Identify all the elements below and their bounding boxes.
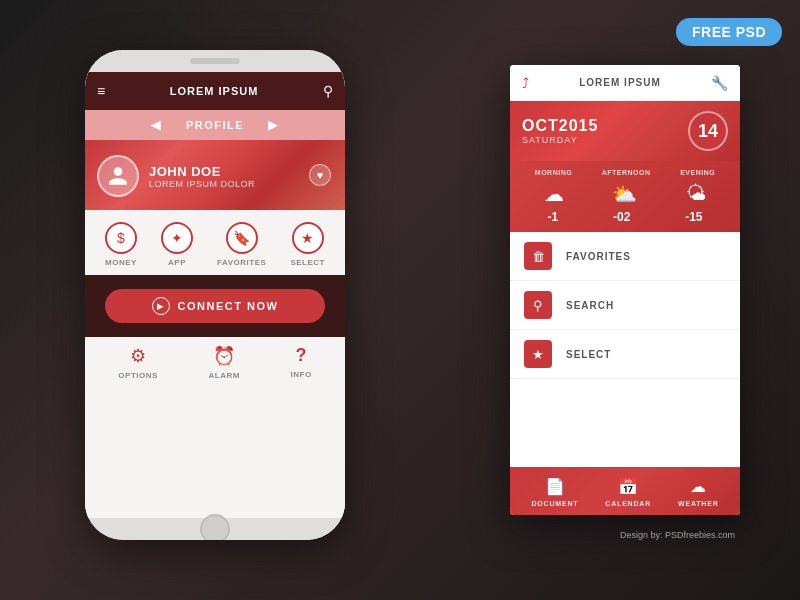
phone-home-button[interactable] xyxy=(200,514,230,540)
date-info: OCT2015 SATURDAY xyxy=(522,117,598,145)
avatar xyxy=(97,155,139,197)
phone-bottom-nav: ⚙ OPTIONS ⏰ ALARM ? INFO xyxy=(85,337,345,518)
month-year: OCT2015 xyxy=(522,117,598,135)
favorites-label: FAVORITES xyxy=(217,258,266,267)
wrench-icon[interactable]: 🔧 xyxy=(711,75,728,91)
free-psd-badge: FREE PSD xyxy=(676,18,782,46)
profile-nav-label: PROFILE xyxy=(186,119,244,131)
alarm-icon: ⏰ xyxy=(213,345,235,367)
weather-evening-label: EVENING xyxy=(680,169,715,176)
panel-title: LOREM IPSUM xyxy=(579,77,661,88)
menu-item-app[interactable]: ✦ APP xyxy=(161,222,193,267)
morning-temp: -1 xyxy=(547,210,558,224)
phone-mockup: ≡ LOREM IPSUM ⚲ ◀ PROFILE ▶ JOHN DOE LOR… xyxy=(85,50,345,540)
phone-bottom-bar xyxy=(85,518,345,540)
panel-nav-weather[interactable]: ☁ WEATHER xyxy=(678,477,718,507)
profile-info: JOHN DOE LOREM IPSUM DOLOR xyxy=(149,164,255,189)
connect-button[interactable]: ▶ CONNECT NOW xyxy=(105,289,325,323)
calendar-label: CALENDAR xyxy=(605,500,651,507)
connect-section: ▶ CONNECT NOW xyxy=(85,275,345,337)
design-by-text: Design by: PSDfreebies.com xyxy=(620,530,735,540)
panel-bottom-nav: 📄 DOCUMENT 📅 CALENDAR ☁ WEATHER xyxy=(510,467,740,515)
options-label: OPTIONS xyxy=(118,371,158,380)
app-icon: ✦ xyxy=(161,222,193,254)
date-section: OCT2015 SATURDAY 14 xyxy=(510,101,740,161)
heart-badge: ♥ xyxy=(309,164,331,186)
date-number: 14 xyxy=(688,111,728,151)
evening-temp: -15 xyxy=(685,210,702,224)
favorites-list-icon: 🗑 xyxy=(524,242,552,270)
document-label: DOCUMENT xyxy=(532,500,579,507)
phone-screen: ≡ LOREM IPSUM ⚲ ◀ PROFILE ▶ JOHN DOE LOR… xyxy=(85,72,345,518)
favorites-list-label: FAVORITES xyxy=(566,251,631,262)
app-label: APP xyxy=(168,258,186,267)
afternoon-temp: -02 xyxy=(613,210,630,224)
menu-item-money[interactable]: $ MONEY xyxy=(105,222,137,267)
afternoon-weather-icon: ⛅ xyxy=(612,182,637,206)
app-title: LOREM IPSUM xyxy=(170,85,259,97)
options-icon: ⚙ xyxy=(130,345,146,367)
profile-nav: ◀ PROFILE ▶ xyxy=(85,110,345,140)
panel-nav-document[interactable]: 📄 DOCUMENT xyxy=(532,477,579,507)
connect-label: CONNECT NOW xyxy=(178,300,279,312)
nav-info[interactable]: ? INFO xyxy=(291,345,312,379)
phone-speaker xyxy=(190,58,240,64)
play-icon: ▶ xyxy=(152,297,170,315)
select-list-label: SELECT xyxy=(566,349,611,360)
menu-icons-row: $ MONEY ✦ APP 🔖 FAVORITES ★ SELECT xyxy=(85,210,345,275)
panel-header: ⤴ LOREM IPSUM 🔧 xyxy=(510,65,740,101)
profile-subtitle: LOREM IPSUM DOLOR xyxy=(149,179,255,189)
weather-temperatures: -1 -02 -15 xyxy=(520,210,730,224)
nav-options[interactable]: ⚙ OPTIONS xyxy=(118,345,158,380)
hamburger-icon[interactable]: ≡ xyxy=(97,83,105,99)
right-panel: ⤴ LOREM IPSUM 🔧 OCT2015 SATURDAY 14 MORN… xyxy=(510,65,740,515)
search-icon[interactable]: ⚲ xyxy=(323,83,333,99)
select-list-icon: ★ xyxy=(524,340,552,368)
select-label: SELECT xyxy=(290,258,325,267)
evening-weather-icon: 🌤 xyxy=(686,182,706,206)
day-name: SATURDAY xyxy=(522,135,598,145)
weather-morning-label: MORNING xyxy=(535,169,572,176)
document-icon: 📄 xyxy=(545,477,565,496)
weather-nav-icon: ☁ xyxy=(690,477,706,496)
info-icon: ? xyxy=(296,345,307,366)
profile-name: JOHN DOE xyxy=(149,164,255,179)
weather-icons: ☁ ⛅ 🌤 xyxy=(520,182,730,206)
app-header: ≡ LOREM IPSUM ⚲ xyxy=(85,72,345,110)
list-item-favorites[interactable]: 🗑 FAVORITES xyxy=(510,232,740,281)
weather-label: WEATHER xyxy=(678,500,718,507)
weather-afternoon-label: AFTERNOON xyxy=(602,169,651,176)
money-label: MONEY xyxy=(105,258,137,267)
alarm-label: ALARM xyxy=(209,371,240,380)
calendar-icon: 📅 xyxy=(618,477,638,496)
weather-labels: MORNING AFTERNOON EVENING xyxy=(520,169,730,176)
weather-section: MORNING AFTERNOON EVENING ☁ ⛅ 🌤 -1 -02 -… xyxy=(510,161,740,232)
profile-arrow-right[interactable]: ▶ xyxy=(268,118,279,132)
menu-item-favorites[interactable]: 🔖 FAVORITES xyxy=(217,222,266,267)
money-icon: $ xyxy=(105,222,137,254)
phone-top-bar xyxy=(85,50,345,72)
list-item-select[interactable]: ★ SELECT xyxy=(510,330,740,379)
share-icon[interactable]: ⤴ xyxy=(522,75,529,91)
morning-weather-icon: ☁ xyxy=(544,182,564,206)
profile-hero: JOHN DOE LOREM IPSUM DOLOR ♥ xyxy=(85,140,345,210)
info-label: INFO xyxy=(291,370,312,379)
profile-arrow-left[interactable]: ◀ xyxy=(151,118,162,132)
nav-alarm[interactable]: ⏰ ALARM xyxy=(209,345,240,380)
search-list-label: SEARCH xyxy=(566,300,614,311)
select-icon: ★ xyxy=(292,222,324,254)
menu-item-select[interactable]: ★ SELECT xyxy=(290,222,325,267)
list-section: 🗑 FAVORITES ⚲ SEARCH ★ SELECT xyxy=(510,232,740,467)
search-list-icon: ⚲ xyxy=(524,291,552,319)
list-item-search[interactable]: ⚲ SEARCH xyxy=(510,281,740,330)
panel-nav-calendar[interactable]: 📅 CALENDAR xyxy=(605,477,651,507)
favorites-icon: 🔖 xyxy=(226,222,258,254)
